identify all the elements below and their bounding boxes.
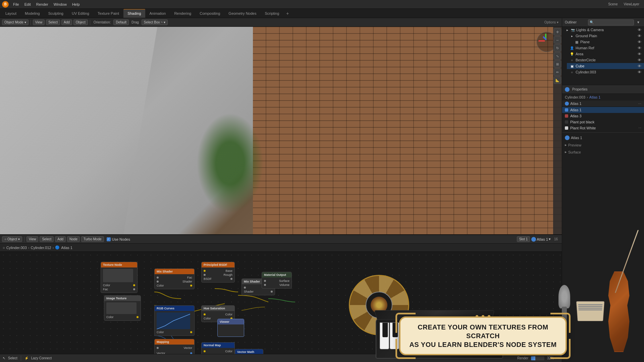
tab-animation[interactable]: Animation: [146, 9, 170, 18]
node-add-menu[interactable]: Add: [55, 236, 66, 242]
add-workspace-button[interactable]: +: [283, 9, 291, 17]
plane-visibility[interactable]: 👁: [638, 40, 641, 44]
node-2-body: Color: [104, 301, 141, 320]
material-list-options[interactable]: ⋯: [638, 102, 641, 106]
node-canvas[interactable]: Texture Node Color Fac: [0, 252, 562, 362]
rotate-tool[interactable]: ↻: [554, 44, 561, 52]
render-close-button[interactable]: ✕: [556, 356, 559, 360]
right-panel: Outliner ▼ ▸ 📷 Lights & Camera 👁 ▸ Groun…: [562, 18, 644, 362]
tab-modeling[interactable]: Modeling: [21, 9, 44, 18]
outliner-item-ground-plain[interactable]: ▸ Ground Plain 👁: [567, 33, 644, 39]
material-selector[interactable]: Atlas 1 ▾: [531, 237, 551, 242]
tab-texture-paint[interactable]: Texture Paint: [94, 9, 123, 18]
breadcrumb-part2[interactable]: Cylinder.012: [31, 246, 51, 250]
node-output-body: Surface Volume: [262, 278, 291, 288]
tab-uv-editing[interactable]: UV Editing: [68, 9, 93, 18]
add-menu[interactable]: Add: [61, 19, 72, 25]
measure-tool[interactable]: 📐: [554, 76, 561, 84]
ground-plain-visibility[interactable]: 👁: [638, 34, 641, 38]
outliner-filter-icon[interactable]: ▼: [635, 20, 641, 24]
use-nodes-checkbox[interactable]: ✓: [107, 237, 111, 241]
menu-file[interactable]: File: [11, 2, 21, 7]
outliner-item-human-ref[interactable]: 👤 Human Ref 👁: [567, 45, 644, 51]
node-viewer[interactable]: Viewer: [217, 319, 244, 337]
select-box-button[interactable]: Select Box ~ ▾: [142, 19, 168, 25]
cursor-tool[interactable]: ✛: [554, 28, 561, 36]
prop-breadcrumb-part2[interactable]: Atlas 1: [589, 95, 601, 99]
object-mode-button[interactable]: Object Mode ▾: [2, 19, 29, 25]
node-center-3-title: Normal Map: [202, 343, 234, 348]
breadcrumb-part3[interactable]: Atlas 1: [61, 246, 72, 250]
node-node-menu[interactable]: Node: [67, 236, 80, 242]
cube-visibility[interactable]: 👁: [638, 64, 641, 68]
breadcrumb-part1[interactable]: Cylinder.003: [6, 246, 27, 250]
ground-plain-icon: ▸: [570, 34, 574, 38]
bester-circle-visibility[interactable]: 👁: [638, 58, 641, 62]
viewport-canvas[interactable]: ✛ ↔ ↻ ⤡ ⊞ ✏ 📐: [0, 27, 562, 234]
tab-layout[interactable]: Layout: [1, 9, 20, 18]
node-group-2[interactable]: Image Texture Color: [104, 295, 141, 321]
outliner-search-input[interactable]: [588, 19, 634, 25]
area-label: Area: [576, 52, 583, 56]
material-item-atlas3[interactable]: Atlas 3: [562, 113, 644, 119]
outliner-item-bester-circle[interactable]: ○ BesterCircle 👁: [567, 57, 644, 63]
menu-edit[interactable]: Edit: [22, 2, 33, 7]
orientation-default-button[interactable]: Default: [113, 19, 129, 25]
node-mode-button[interactable]: ○ Object ▾: [2, 236, 22, 242]
menu-window[interactable]: Window: [51, 2, 69, 7]
annotate-tool[interactable]: ✏: [554, 68, 561, 76]
transform-tool[interactable]: ⊞: [554, 60, 561, 68]
view-menu[interactable]: View: [33, 19, 45, 25]
node-mode-dropdown: ▾: [18, 237, 20, 241]
prop-breadcrumb-part1[interactable]: Cylinder.003: [565, 95, 585, 99]
node-select-menu[interactable]: Select: [40, 236, 54, 242]
node-mix-1[interactable]: Mix Shader Fac Shader Color: [154, 268, 195, 289]
turbo-mode-button[interactable]: Turbo Mode: [81, 236, 104, 242]
tab-scripting[interactable]: Scripting: [261, 9, 283, 18]
outliner-item-plane[interactable]: ▦ Plane 👁: [572, 39, 644, 45]
node-2-output: [137, 316, 139, 318]
area-visibility[interactable]: 👁: [638, 52, 641, 56]
node-rgb-1[interactable]: RGB Curves Color: [154, 305, 195, 336]
tab-shading[interactable]: Shading: [123, 9, 145, 18]
lights-camera-visibility[interactable]: 👁: [638, 28, 641, 32]
surface-section-header[interactable]: ▸ Surface: [562, 148, 644, 156]
scale-tool[interactable]: ⤡: [554, 52, 561, 60]
object-menu[interactable]: Object: [73, 19, 88, 25]
node-1-body: Color Fac: [101, 267, 137, 293]
tab-rendering[interactable]: Rendering: [170, 9, 195, 18]
menu-render[interactable]: Render: [34, 2, 51, 7]
surface-arrow: ▸: [565, 150, 567, 154]
render-label: Render: [517, 356, 528, 360]
menu-help[interactable]: Help: [70, 2, 82, 7]
node-view-menu[interactable]: View: [26, 236, 39, 242]
properties-title: Properties: [572, 87, 588, 91]
node-1-output-fac: [133, 288, 135, 290]
breadcrumb-arrow-2: ›: [53, 246, 54, 250]
options-button[interactable]: Options ▾: [543, 20, 560, 24]
outliner-item-cube[interactable]: ▣ Cube 👁: [567, 63, 644, 69]
node-center-1[interactable]: Principled BSDF Base Rough BSDF: [201, 262, 235, 283]
outliner-item-area[interactable]: 💡 Area 👁: [567, 51, 644, 57]
select-menu[interactable]: Select: [46, 19, 60, 25]
outliner-header: Outliner ▼: [562, 18, 644, 27]
node-group-1[interactable]: Texture Node Color Fac: [101, 262, 138, 293]
preview-section-header[interactable]: ▸ Preview: [562, 141, 644, 148]
cylinder-label: Cylinder.003: [576, 70, 596, 74]
tab-compositing[interactable]: Compositing: [196, 9, 224, 18]
move-tool[interactable]: ↔: [554, 36, 561, 44]
node-sep-1: [24, 237, 24, 242]
material-item-atlas1[interactable]: Atlas 1: [562, 107, 644, 113]
slot-selector[interactable]: Slot 1: [517, 236, 530, 242]
tab-sculpting[interactable]: Sculpting: [44, 9, 67, 18]
human-ref-visibility[interactable]: 👁: [638, 46, 641, 50]
outliner-item-cylinder[interactable]: ○ Cylinder.003 👁: [567, 69, 644, 75]
tab-geometry-nodes[interactable]: Geometry Nodes: [224, 9, 260, 18]
use-nodes-toggle[interactable]: ✓ Use Nodes: [105, 237, 131, 241]
material-item-plant-pot-black[interactable]: Plant pot black: [562, 119, 644, 125]
cylinder-visibility[interactable]: 👁: [638, 70, 641, 74]
atlas3-label: Atlas 3: [570, 114, 582, 118]
node-output[interactable]: Material Output Surface Volume: [262, 272, 292, 289]
material-item-plant-rot-white[interactable]: Plant Rot White ⋯: [562, 125, 644, 131]
outliner-item-lights-camera[interactable]: ▸ 📷 Lights & Camera 👁: [562, 27, 644, 33]
